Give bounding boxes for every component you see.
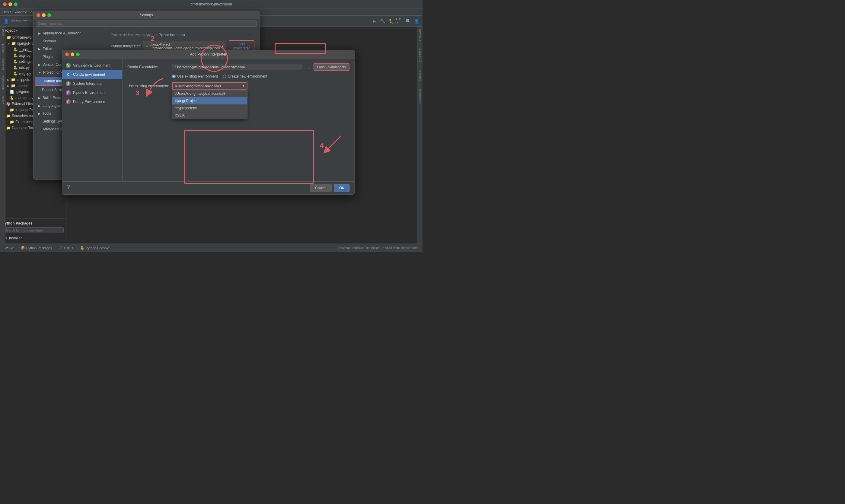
todo-label: TODO [64,246,73,250]
item-label: .gitignore [15,90,30,94]
folder-icon: 📁 [6,114,11,118]
run-button[interactable]: ▶ [371,18,378,25]
installed-group[interactable]: ▼ Installed [2,235,64,241]
chevron-icon: ▶ [7,84,10,88]
chevron-icon: ▼ [38,71,41,74]
minimize-button[interactable] [8,2,12,6]
nav-label: Settings Sync [42,119,65,123]
avatar-icon[interactable]: 👤 [2,18,10,25]
debug-button[interactable]: 🐛 [388,18,395,25]
nav-label: Editor [42,47,52,51]
virtualenv-option[interactable]: V Virtualenv Environment [62,61,122,70]
chevron-icon: ▼ [7,42,10,45]
settings-breadcrumb: Project: drf-framework-playg... › Python… [111,33,254,37]
add-interp-min[interactable] [71,53,74,56]
git-icon: ⎇ [4,246,8,250]
folder-icon: 📚 [6,102,11,106]
notifications-panel-tab[interactable]: Notifications [418,89,421,104]
environment-radio-group: Use existing environment Create new envi… [172,74,267,78]
folder-icon: 📁 [12,41,16,46]
nav-label: Tools [42,111,51,115]
window-title: drf-framework-playground [191,2,232,6]
bookmarks-panel-tab[interactable]: Bookmarks [1,76,4,90]
ai-assistant-panel-tab[interactable]: AI Assistant [418,48,421,62]
create-new-radio[interactable]: Create new environment [223,74,267,78]
todo-icon: ☑ [59,246,62,250]
packages-icon: 📦 [21,246,25,250]
conda-label: Conda Environment [73,72,105,77]
nav-back-icon[interactable]: ← [246,33,249,37]
nav-label: Appearance & Behavior [42,31,81,35]
use-existing-radio-btn[interactable] [172,74,176,78]
python-packages-tab[interactable]: 📦 Python Packages [19,244,54,252]
py-file-icon: 🐍 [13,72,18,76]
nav-label: Keymap [42,39,56,43]
chevron-icon: ▶ [38,63,41,66]
load-environments-button[interactable]: Load Environments [313,64,349,71]
project-chevron[interactable]: ▾ [16,29,18,32]
nav-forward-icon[interactable]: → [251,33,254,37]
conda-executable-input[interactable] [172,64,302,70]
todo-tab[interactable]: ☑ TODO [58,244,75,252]
left-panel: Project Commit Structure Bookmarks Djang… [0,26,5,244]
nav-keymap[interactable]: Keymap [34,37,106,45]
modal-minimize-button[interactable] [42,13,46,17]
maximize-button[interactable] [14,2,18,6]
dropdown-item-py310[interactable]: py310 [172,112,247,119]
build-button[interactable]: 🔨 [379,18,386,25]
python-console-label: Python Console [86,246,109,250]
add-interp-traffic-lights [65,53,80,56]
settings-search-input[interactable] [36,20,257,26]
virtualenv-label: Virtualenv Environment [73,64,110,68]
close-button[interactable] [3,2,7,6]
py-file-icon: 🐍 [13,53,18,58]
item-label: tutorial [17,84,28,88]
python-console-tab[interactable]: 🐍 Python Console [78,244,111,252]
browse-icon[interactable]: … [305,65,311,69]
environment-dropdown[interactable]: /Users/xiongmc/opt/anaconda3 ▾ [172,82,248,90]
breadcrumb-current: Python Interpreter [159,33,185,37]
add-interp-close[interactable] [65,53,69,56]
modal-maximize-button[interactable] [48,13,51,17]
modal-close-button[interactable] [37,13,40,17]
pipenv-icon: P [66,90,71,95]
dropdown-item-myproject[interactable]: myprojectenv [172,104,247,112]
structure-panel-tab[interactable]: Structure [1,59,4,70]
item-label: snippets [17,77,30,82]
git-tab[interactable]: ⎇ Git [2,244,15,252]
ok-button[interactable]: OK [334,184,349,192]
breadcrumb-project: Project: drf-framework-playg... [111,33,155,37]
django-panel-tab[interactable]: Django [1,96,4,104]
breadcrumb-users[interactable]: Users [2,10,11,14]
commit-panel-tab[interactable]: Commit [1,43,4,53]
item-label: wsgi.py [19,72,31,76]
interpreter-label: Python Interpreter: [111,44,141,48]
breadcrumb-xiongmc[interactable]: xiongmc [15,10,27,14]
pipenv-option[interactable]: P Pipenv Environment [62,88,122,97]
conda-option[interactable]: C Conda Environment [62,70,122,79]
dropdown-item-anaconda[interactable]: /Users/xiongmc/opt/anaconda3 [172,90,247,97]
item-label: urls.py [19,66,30,70]
search-icon[interactable]: 🔍 [404,18,412,25]
packages-search-input[interactable] [2,227,64,233]
folder-icon: 📁 [11,84,15,88]
environment-dropdown-container: /Users/xiongmc/opt/anaconda3 ▾ /Users/xi… [172,82,349,90]
project-panel-tab[interactable]: Project [1,29,4,37]
endpoints-panel-tab[interactable]: Endpoints [418,29,421,41]
python-packages-label: Python Packages [26,246,52,250]
pipenv-label: Pipenv Environment [73,91,105,95]
database-panel-tab[interactable]: Database [418,70,421,82]
use-existing-radio[interactable]: Use existing environment [172,74,218,78]
system-interpreter-option[interactable]: S System Interpreter [62,79,122,88]
right-panel: Endpoints AI Assistant Database Notifica… [417,26,422,244]
system-icon: S [66,81,71,86]
help-icon[interactable]: ? [67,184,70,192]
nav-appearance[interactable]: ▶ Appearance & Behavior [34,29,106,37]
cancel-button[interactable]: Cancel [310,184,331,192]
poetry-option[interactable]: P Poetry Environment [62,97,122,106]
add-interp-max[interactable] [76,53,80,56]
user-icon[interactable]: 👤 [413,18,420,25]
dropdown-item-django[interactable]: djangoProject [172,97,247,104]
git-icon[interactable]: Git: ✓ [396,18,403,25]
create-new-radio-btn[interactable] [223,74,226,78]
